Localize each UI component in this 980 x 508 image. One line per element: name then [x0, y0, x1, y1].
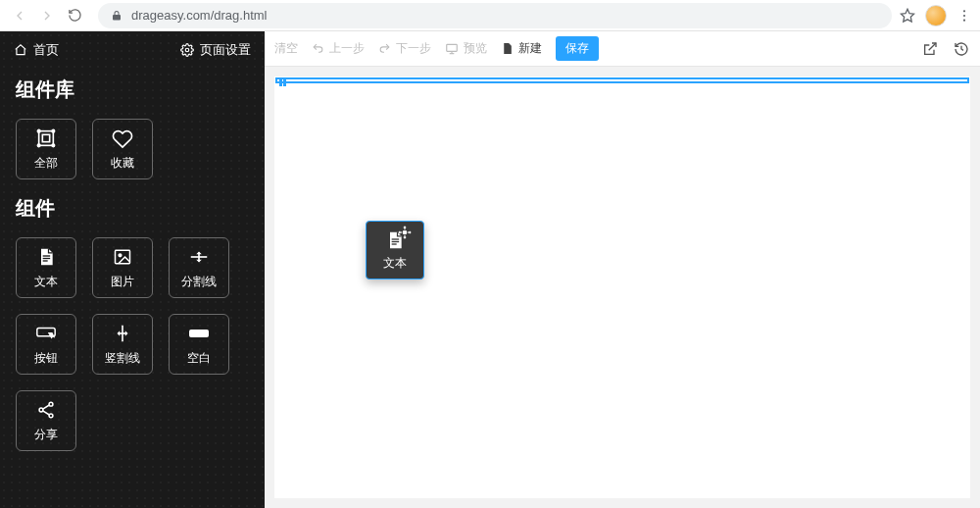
svg-point-1 [963, 10, 965, 12]
svg-point-9 [37, 144, 40, 147]
component-tile-blank[interactable]: 空白 [169, 314, 229, 375]
lock-icon [110, 9, 123, 23]
svg-rect-14 [116, 250, 130, 263]
toolbar-save-button[interactable]: 保存 [556, 36, 599, 61]
svg-point-8 [52, 129, 55, 132]
svg-rect-30 [279, 78, 282, 86]
svg-rect-5 [39, 130, 54, 145]
toolbar-undo-label: 上一步 [329, 40, 365, 57]
component-tile-vdivider[interactable]: 竖割线 [92, 314, 153, 375]
heart-icon [112, 127, 133, 149]
page-settings-label: 页面设置 [200, 41, 251, 59]
component-tile-label: 按钮 [34, 350, 58, 367]
svg-point-15 [119, 254, 122, 257]
drag-ghost-text-component[interactable]: 文本 [366, 221, 424, 279]
toolbar-new-label: 新建 [518, 40, 542, 57]
component-tile-label: 空白 [187, 350, 211, 367]
canvas-drop-indicator [275, 77, 969, 83]
component-tile-button[interactable]: 按钮 [16, 314, 76, 375]
svg-rect-34 [392, 243, 397, 244]
toolbar-preview[interactable]: 预览 [445, 40, 487, 57]
browser-chrome: drageasy.com/drag.html [0, 0, 980, 31]
home-icon [14, 43, 27, 57]
gear-icon [180, 43, 194, 57]
svg-point-2 [963, 14, 965, 16]
editor-canvas[interactable]: 文本 [274, 76, 970, 498]
browser-menu-icon[interactable] [956, 8, 972, 24]
home-label: 首页 [33, 41, 59, 59]
blank-icon [188, 323, 210, 344]
svg-point-10 [52, 144, 55, 147]
svg-rect-11 [43, 255, 51, 256]
library-tile-label: 全部 [34, 155, 58, 172]
image-icon [112, 246, 133, 268]
monitor-icon [445, 42, 459, 56]
components-grid: 文本 图片 分割线 按钮 [0, 228, 265, 455]
page-settings-link[interactable]: 页面设置 [180, 41, 251, 59]
redo-icon [378, 42, 391, 55]
home-link[interactable]: 首页 [14, 41, 59, 59]
divider-v-icon [112, 323, 133, 344]
canvas-wrapper: 文本 [265, 67, 980, 508]
editor-toolbar: 清空 上一步 下一步 预览 新建 保存 [265, 31, 980, 67]
history-icon[interactable] [953, 40, 970, 58]
svg-point-35 [403, 230, 407, 234]
button-icon [35, 323, 57, 344]
library-tile-all[interactable]: 全部 [16, 119, 76, 179]
toolbar-new[interactable]: 新建 [501, 40, 542, 57]
browser-forward-button[interactable] [35, 4, 59, 27]
svg-point-23 [39, 408, 43, 412]
svg-rect-27 [447, 44, 458, 51]
library-title: 组件库 [0, 65, 265, 109]
components-title: 组件 [0, 183, 265, 228]
toolbar-save-label: 保存 [565, 41, 589, 55]
toolbar-preview-label: 预览 [464, 40, 487, 57]
toolbar-redo-label: 下一步 [396, 40, 431, 57]
svg-rect-12 [43, 257, 51, 258]
svg-point-22 [49, 402, 53, 406]
file-icon [501, 42, 514, 55]
move-cursor-icon [398, 226, 412, 239]
component-tile-label: 分割线 [181, 274, 217, 290]
svg-rect-13 [43, 260, 48, 261]
component-tile-label: 图片 [111, 274, 134, 290]
file-text-icon [35, 246, 57, 268]
svg-line-25 [43, 405, 50, 409]
export-icon[interactable] [921, 40, 939, 58]
component-tile-label: 竖割线 [105, 350, 140, 367]
select-all-icon [35, 127, 57, 149]
component-tile-image[interactable]: 图片 [92, 237, 153, 298]
toolbar-clear[interactable]: 清空 [274, 40, 298, 57]
svg-marker-0 [901, 9, 913, 22]
component-tile-text[interactable]: 文本 [16, 237, 76, 298]
svg-rect-6 [42, 134, 49, 141]
toolbar-undo[interactable]: 上一步 [312, 40, 365, 57]
component-tile-hdivider[interactable]: 分割线 [169, 237, 229, 298]
svg-point-3 [963, 19, 965, 21]
toolbar-redo[interactable]: 下一步 [378, 40, 431, 57]
library-grid: 全部 收藏 [0, 109, 265, 183]
drag-ghost-label: 文本 [383, 255, 407, 272]
bookmark-star-icon[interactable] [900, 8, 915, 24]
browser-back-button[interactable] [8, 4, 31, 27]
browser-reload-button[interactable] [63, 4, 86, 27]
drop-indicator-handle [279, 78, 289, 86]
svg-point-24 [49, 413, 53, 417]
file-text-icon [384, 229, 406, 251]
profile-avatar[interactable] [925, 5, 947, 26]
undo-icon [312, 42, 324, 55]
svg-rect-21 [189, 330, 209, 337]
browser-url: drageasy.com/drag.html [131, 8, 268, 23]
svg-point-7 [37, 129, 40, 132]
main-area: 清空 上一步 下一步 预览 新建 保存 [265, 31, 980, 508]
library-tile-label: 收藏 [111, 155, 134, 172]
svg-rect-33 [392, 240, 400, 241]
sidebar: 首页 页面设置 组件库 全部 收藏 [0, 31, 265, 508]
browser-omnibox[interactable]: drageasy.com/drag.html [98, 3, 892, 28]
svg-point-4 [185, 48, 189, 52]
library-tile-favorites[interactable]: 收藏 [92, 119, 153, 179]
component-tile-label: 分享 [34, 427, 58, 443]
component-tile-share[interactable]: 分享 [16, 390, 76, 451]
toolbar-clear-label: 清空 [274, 40, 298, 57]
divider-h-icon [188, 246, 210, 268]
